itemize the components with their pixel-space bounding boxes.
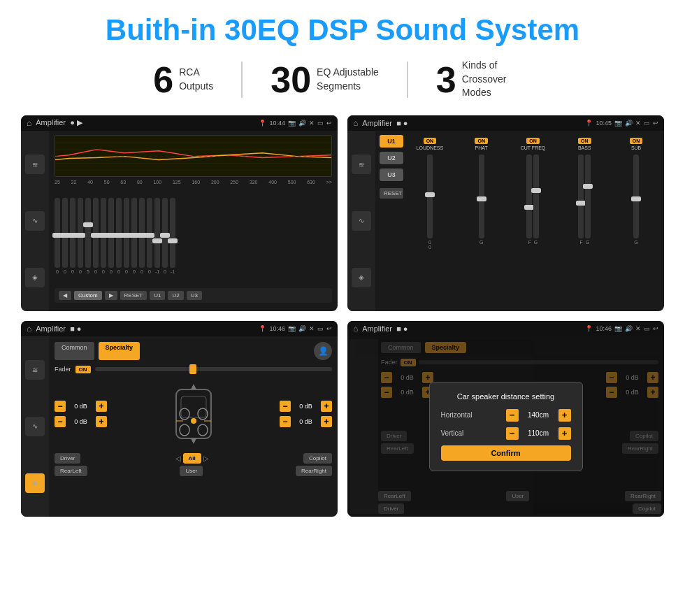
freq-500: 500 — [288, 180, 296, 185]
sub-on[interactable]: ON — [630, 138, 643, 144]
eq-prev-btn[interactable]: ◀ — [59, 291, 71, 300]
speaker-icon-btn[interactable]: ◈ — [25, 268, 45, 287]
fader-track[interactable] — [95, 367, 332, 371]
volume-icon-2: 🔊 — [625, 120, 633, 127]
fader-row: Fader ON — [55, 366, 332, 373]
home-icon-4: ⌂ — [353, 324, 358, 334]
screen2-vol-btn[interactable]: ◈ — [352, 268, 371, 287]
screen3-eq-btn[interactable]: ≋ — [25, 360, 45, 380]
wave-icon-btn[interactable]: ∿ — [25, 211, 45, 231]
car-diagram — [166, 379, 222, 449]
eq-reset-btn[interactable]: RESET — [120, 291, 147, 300]
right-top-plus[interactable]: + — [321, 401, 332, 412]
screen4-driver-btn[interactable]: Driver — [378, 503, 404, 514]
rearleft-btn[interactable]: RearLeft — [55, 466, 87, 476]
loudness-on[interactable]: ON — [424, 138, 437, 144]
dialog-title: Car speaker distance setting — [441, 392, 571, 401]
phat-on[interactable]: ON — [475, 138, 488, 144]
eq-custom-btn[interactable]: Custom — [74, 291, 102, 300]
screen3-status-icons: 📍 10:46 📷 🔊 ✕ ▭ ↩ — [259, 325, 332, 332]
screen3-title: Amplifier ■ ● — [36, 324, 254, 333]
copilot-btn[interactable]: Copilot — [303, 453, 332, 464]
location-icon-3: 📍 — [259, 325, 266, 332]
left-top-minus[interactable]: − — [55, 401, 66, 412]
eq-play-btn[interactable]: ▶ — [105, 291, 117, 300]
stat-label-eq: EQ AdjustableSegments — [317, 66, 379, 93]
screen4-copilot-btn[interactable]: Copilot — [633, 503, 661, 514]
home-icon-3: ⌂ — [27, 324, 31, 334]
tab-specialty[interactable]: Specialty — [99, 342, 140, 360]
speaker-layout: − 0 dB + − 0 dB + — [55, 379, 332, 449]
main-title: Buith-in 30EQ DSP Sound System — [21, 14, 664, 46]
stats-row: 6 RCAOutputs 30 EQ AdjustableSegments 3 … — [21, 59, 664, 100]
preset-u2[interactable]: U2 — [380, 152, 403, 164]
confirm-button[interactable]: Confirm — [441, 445, 571, 461]
screens-grid: ⌂ Amplifier ● ▶ 📍 10:44 📷 🔊 ✕ ▭ ↩ ≋ ∿ ◈ — [21, 115, 664, 517]
all-btn[interactable]: All — [183, 453, 201, 464]
close-icon-4: ✕ — [635, 325, 641, 332]
vertical-minus[interactable]: − — [506, 427, 519, 440]
eq-u1-btn[interactable]: U1 — [150, 291, 165, 300]
window-icon-1: ▭ — [317, 120, 324, 127]
screen3-vol-btn[interactable]: ◈ — [25, 473, 45, 493]
screen2-wave-btn[interactable]: ∿ — [352, 211, 371, 231]
eq-u3-btn[interactable]: U3 — [187, 291, 202, 300]
fader-on-badge[interactable]: ON — [75, 366, 91, 373]
stat-number-crossover: 3 — [436, 62, 456, 98]
close-icon-3: ✕ — [309, 325, 315, 332]
close-icon-2: ✕ — [635, 120, 641, 127]
screen2-side-panel: ≋ ∿ ◈ — [347, 131, 375, 311]
screen1-title: Amplifier ● ▶ — [36, 118, 254, 127]
screen3-wave-btn[interactable]: ∿ — [25, 417, 45, 436]
freq-630: 630 — [307, 180, 315, 185]
left-bot-plus[interactable]: + — [96, 416, 107, 427]
left-bot-minus[interactable]: − — [55, 416, 66, 427]
right-bot-plus[interactable]: + — [321, 416, 332, 427]
rearright-btn[interactable]: RearRight — [296, 466, 332, 476]
volume-icon-4: 🔊 — [625, 325, 633, 332]
right-top-minus[interactable]: − — [280, 401, 291, 412]
tab-common[interactable]: Common — [55, 342, 94, 360]
left-bot-val: 0 dB — [68, 418, 93, 425]
horizontal-minus[interactable]: − — [506, 409, 519, 422]
preset-u3[interactable]: U3 — [380, 169, 403, 181]
profile-btn[interactable]: 👤 — [314, 342, 332, 360]
eq-slider-1: 0 — [62, 198, 68, 274]
cutfreq-on[interactable]: ON — [526, 138, 540, 144]
back-icon-1: ↩ — [326, 120, 332, 127]
vertical-value: 110cm — [523, 429, 554, 437]
svg-marker-14 — [191, 384, 196, 389]
screen2-status-bar: ⌂ Amplifier ■ ● 📍 10:45 📷 🔊 ✕ ▭ ↩ — [347, 115, 664, 131]
eq-slider-9: 0 — [124, 198, 129, 274]
vertical-plus[interactable]: + — [558, 427, 571, 440]
eq-slider-7: 0 — [108, 198, 114, 274]
volume-icon-3: 🔊 — [298, 325, 306, 332]
screen4-time: 10:46 — [596, 325, 612, 332]
screen4-bottom-row-2: RearLeft User RearRight — [378, 491, 661, 501]
left-top-plus[interactable]: + — [96, 401, 107, 412]
screen2-eq-btn[interactable]: ≋ — [352, 155, 371, 174]
driver-btn[interactable]: Driver — [55, 453, 80, 464]
freq-25: 25 — [55, 180, 60, 185]
right-bot-minus[interactable]: − — [280, 416, 291, 427]
user-btn[interactable]: User — [180, 466, 203, 476]
preset-u1[interactable]: U1 — [380, 135, 403, 148]
screen1-side-panel: ≋ ∿ ◈ — [21, 131, 49, 311]
bass-on[interactable]: ON — [578, 138, 591, 144]
eq-slider-6: 0 — [101, 198, 106, 274]
horizontal-plus[interactable]: + — [558, 409, 571, 422]
screen4-rearleft-btn[interactable]: RearLeft — [378, 491, 411, 501]
screen4-card: ⌂ Amplifier ■ ● 📍 10:46 📷 🔊 ✕ ▭ ↩ — [347, 321, 664, 517]
amp-preset-col: U1 U2 U3 RESET — [380, 135, 403, 307]
fader-handle[interactable] — [189, 364, 196, 374]
eq-icon-btn[interactable]: ≋ — [25, 155, 45, 174]
eq-u2-btn[interactable]: U2 — [168, 291, 183, 300]
svg-point-9 — [180, 424, 189, 436]
left-db-row-2: − 0 dB + — [55, 416, 107, 427]
back-icon-3: ↩ — [326, 325, 332, 332]
svg-marker-15 — [191, 438, 196, 444]
screen4-user-btn[interactable]: User — [506, 491, 529, 501]
loudness-control: ON LOUDNESS 0 0 — [406, 138, 454, 250]
screen2-reset[interactable]: RESET — [380, 188, 403, 199]
screen4-rearright-btn[interactable]: RearRight — [625, 491, 661, 501]
